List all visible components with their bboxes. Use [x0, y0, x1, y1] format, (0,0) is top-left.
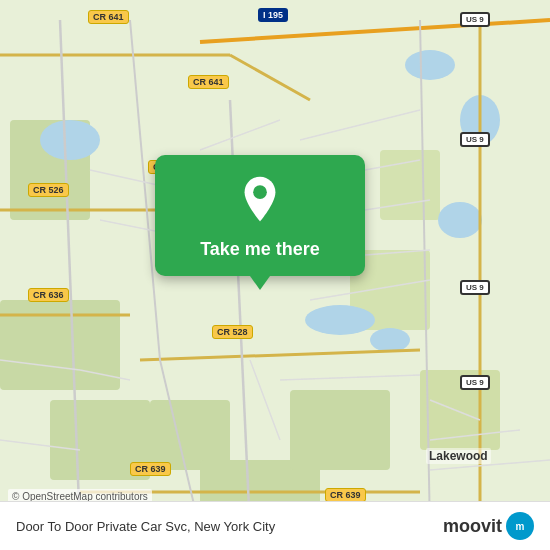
svg-rect-6: [380, 150, 440, 220]
svg-point-11: [405, 50, 455, 80]
svg-rect-3: [150, 400, 230, 470]
location-pin: [236, 175, 284, 227]
road-label-cr528: CR 528: [212, 325, 253, 339]
svg-point-14: [305, 305, 375, 335]
bottom-bar: Door To Door Private Car Svc, New York C…: [0, 501, 550, 550]
road-label-us9-mid1: US 9: [460, 132, 490, 147]
road-label-cr636: CR 636: [28, 288, 69, 302]
lakewood-label: Lakewood: [426, 448, 491, 464]
popup-card: Take me there: [155, 155, 365, 276]
road-label-cr639-right: CR 639: [325, 488, 366, 502]
svg-point-15: [370, 328, 410, 352]
road-label-cr526: CR 526: [28, 183, 69, 197]
road-label-cr641-top: CR 641: [88, 10, 129, 24]
road-label-us9-bot: US 9: [460, 375, 490, 390]
svg-point-10: [40, 120, 100, 160]
svg-point-45: [253, 185, 267, 199]
place-name: Door To Door Private Car Svc, New York C…: [16, 519, 275, 534]
map-container: CR 641 CR 641 CR 526 CR 6 CR 636 CR 528 …: [0, 0, 550, 550]
moovit-icon: m: [506, 512, 534, 540]
svg-text:m: m: [516, 521, 525, 532]
svg-point-13: [438, 202, 482, 238]
take-me-there-button[interactable]: Take me there: [200, 239, 320, 260]
road-label-us9-mid2: US 9: [460, 280, 490, 295]
road-label-i195: I 195: [258, 8, 288, 22]
road-label-us9-top: US 9: [460, 12, 490, 27]
moovit-text: moovit: [443, 516, 502, 537]
moovit-logo: moovit m: [443, 512, 534, 540]
svg-rect-8: [290, 390, 390, 470]
road-label-cr639-left: CR 639: [130, 462, 171, 476]
road-label-cr641-mid: CR 641: [188, 75, 229, 89]
